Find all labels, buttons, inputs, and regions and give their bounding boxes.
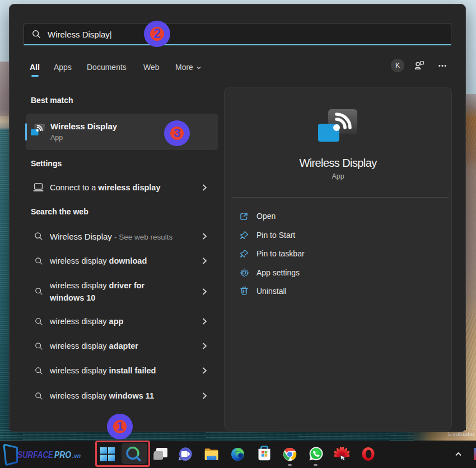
svg-text:.vn: .vn xyxy=(72,452,81,459)
svg-text:SURFACE: SURFACE xyxy=(17,450,54,460)
svg-text:PRO: PRO xyxy=(54,450,71,460)
